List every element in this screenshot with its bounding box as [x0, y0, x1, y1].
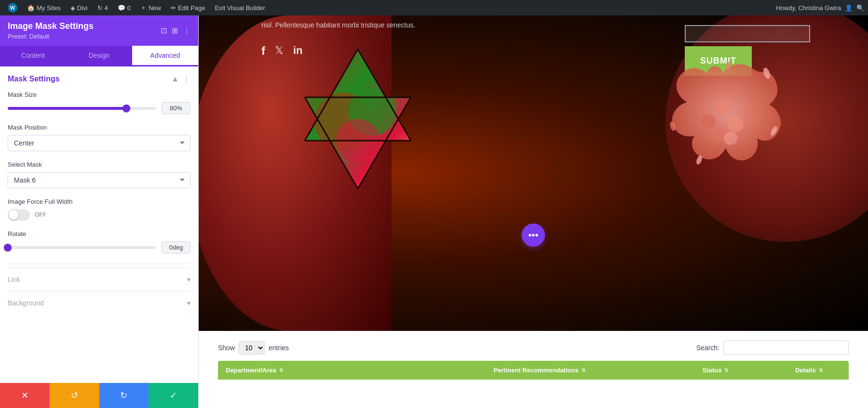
rotate-thumb[interactable] — [4, 244, 12, 251]
select-mask-select[interactable]: Mask 1 Mask 2 Mask 3 Mask 4 Mask 5 Mask … — [8, 172, 190, 188]
th-status-label: Status — [703, 367, 722, 374]
th-status[interactable]: Status ⇅ — [662, 361, 769, 380]
grid-icon[interactable]: ⊞ — [172, 26, 178, 35]
new-label: New — [149, 4, 161, 12]
redo-button[interactable]: ↻ — [99, 383, 149, 408]
main-layout: Image Mask Settings Preset: Default ⊡ ⊞ … — [0, 15, 868, 408]
blob-svg — [651, 54, 796, 198]
edit-page-item[interactable]: ✏ Edit Page — [167, 0, 209, 15]
th-recommendations[interactable]: Pertinent Recommendations ⇅ — [417, 361, 662, 380]
divi-item[interactable]: ◈ Divi — [67, 0, 92, 15]
mask-size-label: Mask Size — [8, 91, 190, 98]
more-icon[interactable]: ⋮ — [183, 26, 190, 35]
mask-size-value: 80% — [162, 102, 190, 114]
show-label: Show — [218, 344, 235, 352]
tab-bar: Content Design Advanced — [0, 46, 198, 66]
link-section[interactable]: Link ▾ — [8, 267, 190, 291]
background-section-title: Background — [8, 299, 44, 307]
image-force-field: Image Force Full Width OFF — [8, 198, 190, 221]
mask-size-slider-row: 80% — [8, 102, 190, 114]
bottom-section: Show 10 25 50 entries Search: Department… — [199, 331, 868, 408]
mask-size-field: Mask Size 80% — [8, 91, 190, 114]
collapse-icon[interactable]: ▲ — [171, 75, 179, 83]
svg-point-13 — [702, 114, 716, 129]
food-mask-container — [295, 44, 430, 198]
new-item[interactable]: ＋ New — [136, 0, 165, 15]
entries-label: entries — [269, 344, 289, 352]
panel-title: Image Mask Settings — [8, 21, 94, 31]
tab-content[interactable]: Content — [0, 46, 66, 66]
more-options-icon: ••• — [528, 230, 538, 241]
exit-builder-item[interactable]: Exit Visual Builder — [211, 0, 269, 15]
admin-bar: W 🏠 My Sites ◈ Divi ↻ 4 💬 0 ＋ New ✏ Edit… — [0, 0, 868, 15]
confirm-button[interactable]: ✓ — [149, 383, 198, 408]
facebook-icon[interactable]: f — [261, 44, 265, 58]
th-department[interactable]: Department/Area ⇅ — [218, 361, 417, 380]
bubble-count: 0 — [127, 4, 131, 12]
blob-container — [651, 54, 796, 198]
user-avatar: 👤 — [845, 4, 853, 12]
background-section[interactable]: Background ▾ — [8, 291, 190, 315]
twitter-icon[interactable]: 𝕏 — [275, 44, 284, 58]
force-width-toggle[interactable] — [8, 209, 30, 221]
divi-icon: ◈ — [70, 4, 75, 12]
rotate-track — [8, 246, 156, 249]
select-mask-field: Select Mask Mask 1 Mask 2 Mask 3 Mask 4 … — [8, 161, 190, 188]
mask-settings-section-header: Mask Settings ▲ ⋮ — [8, 74, 190, 83]
select-mask-label: Select Mask — [8, 161, 190, 168]
preview-form-input[interactable] — [685, 25, 810, 42]
image-force-label: Image Force Full Width — [8, 198, 190, 205]
divi-label: Divi — [77, 4, 88, 12]
background-chevron-icon: ▾ — [187, 299, 190, 307]
panel-content: Mask Settings ▲ ⋮ Mask Size 80% — [0, 66, 198, 383]
th-details[interactable]: Details ⇅ — [769, 361, 849, 380]
table-controls: Show 10 25 50 entries Search: — [218, 341, 849, 355]
close-button[interactable]: ✕ — [0, 383, 50, 408]
search-input[interactable] — [723, 341, 849, 355]
th-details-sort-icon: ⇅ — [819, 368, 823, 373]
divider-1 — [8, 263, 190, 263]
slider-thumb[interactable] — [122, 105, 130, 112]
panel-header-icons: ⊡ ⊞ ⋮ — [161, 26, 190, 35]
panel-header: Image Mask Settings Preset: Default ⊡ ⊞ … — [0, 15, 198, 46]
th-details-label: Details — [795, 367, 816, 374]
svg-point-12 — [715, 98, 732, 116]
edit-page-label: Edit Page — [178, 4, 205, 12]
th-department-sort-icon: ⇅ — [279, 368, 283, 373]
search-label: Search: — [696, 344, 719, 352]
slider-track — [8, 107, 156, 110]
toggle-row: OFF — [8, 209, 190, 221]
section-more-icon[interactable]: ⋮ — [183, 74, 190, 83]
fab-button[interactable]: ••• — [522, 224, 545, 247]
screenshot-icon[interactable]: ⊡ — [161, 26, 167, 35]
search-icon[interactable]: 🔍 — [856, 4, 864, 12]
right-content: risil. Pellentesque habitant morbi trist… — [199, 15, 868, 408]
mask-position-field: Mask Position Center Top Left Top Right … — [8, 124, 190, 151]
svg-point-14 — [727, 116, 744, 132]
rotate-field: Rotate 0deg — [8, 230, 190, 253]
rotate-slider[interactable] — [8, 246, 156, 249]
entries-select[interactable]: 10 25 50 — [239, 341, 265, 355]
tab-design[interactable]: Design — [66, 46, 132, 66]
th-recommendations-label: Pertinent Recommendations — [493, 367, 578, 374]
mask-position-select[interactable]: Center Top Left Top Right Bottom Left Bo… — [8, 135, 190, 151]
link-chevron-icon: ▾ — [187, 276, 190, 283]
bubble-item[interactable]: 💬 0 — [114, 0, 135, 15]
my-sites-item[interactable]: 🏠 My Sites — [23, 0, 65, 15]
close-icon: ✕ — [21, 390, 28, 401]
user-label: Howdy, Christina Gwira — [776, 4, 841, 12]
wp-logo-item[interactable]: W — [4, 0, 21, 15]
section-title: Mask Settings — [8, 75, 60, 83]
th-recommendations-sort-icon: ⇅ — [582, 368, 585, 373]
svg-point-15 — [711, 128, 726, 144]
table-header: Department/Area ⇅ Pertinent Recommendati… — [218, 361, 849, 380]
comments-count: 4 — [105, 4, 108, 12]
tab-advanced[interactable]: Advanced — [132, 46, 198, 66]
undo-button[interactable]: ↺ — [50, 383, 99, 408]
bottom-action-bar: ✕ ↺ ↻ ✓ — [0, 383, 198, 408]
pencil-icon: ✏ — [171, 4, 176, 12]
comments-item[interactable]: ↻ 4 — [94, 0, 112, 15]
mask-size-slider[interactable] — [8, 107, 156, 110]
svg-point-16 — [724, 132, 737, 145]
wordpress-icon: W — [8, 3, 17, 13]
